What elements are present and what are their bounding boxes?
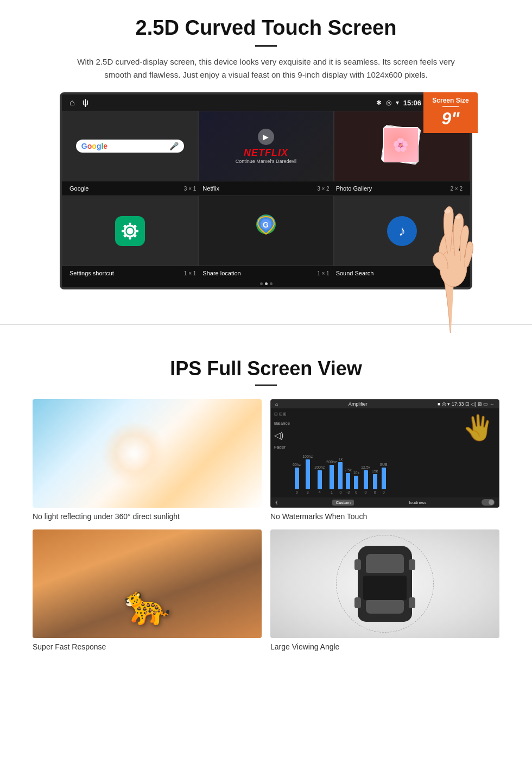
music-note-icon: ♪ bbox=[398, 223, 406, 239]
car-rear bbox=[366, 600, 404, 614]
netflix-name: Netflix bbox=[202, 185, 219, 192]
location-icon: ◎ bbox=[386, 99, 391, 106]
touch-hand-icon: 🖐 bbox=[463, 413, 493, 442]
eq-bar-9 bbox=[373, 474, 377, 489]
eq-bar-7 bbox=[354, 476, 358, 489]
section1-description: With 2.5D curved-display screen, this de… bbox=[76, 55, 456, 81]
status-time: 15:06 bbox=[403, 99, 421, 107]
gallery-stack: 🌸 bbox=[381, 124, 424, 168]
badge-size: 9" bbox=[429, 109, 472, 129]
share-name: Share location bbox=[202, 270, 240, 276]
device-pagination bbox=[62, 280, 470, 287]
feature-watermarks: ⌂ Amplifier ■ ◎ ▾ 17:33 ⊡ ◁) ⊠ ▭ ← ⊞⊞⊞ B… bbox=[270, 399, 499, 521]
car-wheel-bl bbox=[354, 597, 361, 608]
svg-text:G: G bbox=[263, 220, 269, 229]
amp-title: Amplifier bbox=[349, 401, 368, 407]
wifi-icon: ▾ bbox=[396, 99, 399, 106]
eq-bar-10 bbox=[382, 468, 386, 489]
car-wheel-br bbox=[409, 597, 415, 608]
share-size: 1 × 1 bbox=[317, 270, 330, 276]
eq-bar-2_5k: 2.5k -3 bbox=[344, 468, 351, 494]
badge-label: Screen Size bbox=[429, 97, 472, 104]
svg-rect-3 bbox=[129, 237, 131, 239]
google-app-cell[interactable]: Google 🎤 bbox=[62, 111, 198, 181]
section-divider bbox=[0, 324, 532, 325]
share-location-cell[interactable]: G bbox=[198, 195, 334, 266]
sunlight-image bbox=[33, 399, 262, 508]
netflix-label: Netflix 3 × 2 bbox=[199, 184, 332, 193]
sound-name: Sound Search bbox=[336, 270, 374, 276]
google-search-bar[interactable]: Google 🎤 bbox=[76, 140, 184, 153]
home-icon: ⌂ bbox=[69, 98, 75, 108]
google-size: 3 × 1 bbox=[184, 186, 197, 192]
play-button[interactable]: ▶ bbox=[258, 129, 274, 145]
section1-title: 2.5D Curved Touch Screen bbox=[33, 16, 499, 40]
section-ips: IPS Full Screen View No light reflecting… bbox=[0, 346, 532, 667]
settings-app-cell[interactable] bbox=[62, 195, 198, 266]
eq-bar-8 bbox=[364, 470, 368, 489]
amp-header: ⌂ Amplifier ■ ◎ ▾ 17:33 ⊡ ◁) ⊠ ▭ ← bbox=[271, 400, 499, 408]
car-top-view bbox=[358, 546, 412, 622]
amp-labels: ⊞⊞⊞ Balance ◁) Fader bbox=[274, 412, 290, 494]
sunlight-glare bbox=[102, 421, 167, 486]
section2-divider bbox=[255, 384, 277, 386]
amp-home-icon: ⌂ bbox=[275, 401, 278, 407]
svg-rect-2 bbox=[129, 223, 131, 225]
eq-bar-500hz: 500hz 1 bbox=[326, 460, 337, 494]
google-label: Google 3 × 1 bbox=[66, 184, 199, 193]
fader-label: Fader bbox=[274, 445, 290, 450]
amp-icons: ■ ◎ ▾ 17:33 ⊡ ◁) ⊠ ▭ ← bbox=[438, 401, 495, 407]
device-dot-3 bbox=[270, 282, 273, 285]
device-dot-1 bbox=[260, 282, 263, 285]
gallery-size: 2 × 2 bbox=[450, 186, 463, 192]
loudness-toggle[interactable] bbox=[482, 499, 495, 506]
loudness-label: loudness bbox=[409, 500, 427, 505]
settings-icon bbox=[115, 216, 145, 246]
badge-divider bbox=[442, 106, 459, 107]
sound-size: 1 × 1 bbox=[450, 270, 463, 276]
app-grid-row1: Google 🎤 ▶ NETFLIX Continue Marvel's Dar… bbox=[62, 111, 470, 181]
netflix-app-cell[interactable]: ▶ NETFLIX Continue Marvel's Daredevil bbox=[198, 111, 334, 181]
google-logo: Google bbox=[81, 142, 107, 150]
amp-content: ⊞⊞⊞ Balance ◁) Fader 60hz 0 100hz bbox=[271, 408, 499, 497]
cheetah-image: 🐆 bbox=[33, 529, 262, 638]
eq-bar-12_5k: 12.5k 0 bbox=[361, 465, 370, 494]
sound-search-cell[interactable]: ♪ bbox=[334, 195, 470, 266]
app-grid-row2: G ♪ bbox=[62, 195, 470, 266]
watermarks-caption: No Watermarks When Touch bbox=[270, 512, 499, 521]
google-maps-svg: G bbox=[252, 213, 280, 243]
status-bar: ⌂ ψ ✱ ◎ ▾ 15:06 ⊡ ◁) ⊠ ▭ bbox=[62, 94, 470, 111]
section2-title: IPS Full Screen View bbox=[33, 357, 499, 380]
eq-bar-2 bbox=[306, 459, 310, 489]
gallery-card-1: 🌸 bbox=[383, 127, 419, 162]
custom-button: Custom bbox=[332, 500, 354, 506]
section-curved-touch: 2.5D Curved Touch Screen With 2.5D curve… bbox=[0, 0, 532, 302]
eq-bar-5 bbox=[338, 462, 343, 489]
maps-icon: G bbox=[251, 216, 281, 246]
status-left: ⌂ ψ bbox=[69, 98, 88, 108]
section1-divider bbox=[255, 45, 277, 47]
feature-viewing-angle: Large Viewing Angle bbox=[270, 529, 499, 651]
car-roof bbox=[363, 576, 407, 600]
cheetah-silhouette: 🐆 bbox=[124, 583, 171, 627]
device-dot-2 bbox=[265, 282, 268, 285]
features-grid: No light reflecting under 360° direct su… bbox=[33, 399, 499, 651]
gallery-label: Photo Gallery 2 × 2 bbox=[333, 184, 466, 193]
device-screen: ⌂ ψ ✱ ◎ ▾ 15:06 ⊡ ◁) ⊠ ▭ bbox=[60, 92, 472, 289]
response-caption: Super Fast Response bbox=[33, 642, 262, 651]
netflix-overlay: ▶ NETFLIX Continue Marvel's Daredevil bbox=[199, 111, 334, 181]
eq-bar-1 bbox=[295, 468, 299, 489]
eq-bar-sub: SUB 0 bbox=[379, 463, 387, 494]
eq-bar-3 bbox=[318, 470, 322, 489]
maps-icon-inner: G bbox=[252, 213, 280, 248]
netflix-subtitle: Continue Marvel's Daredevil bbox=[236, 159, 296, 164]
car-wheel-tl bbox=[354, 559, 361, 570]
car-windshield bbox=[366, 554, 404, 573]
sound-icon: ♪ bbox=[387, 216, 417, 246]
settings-name: Settings shortcut bbox=[69, 270, 114, 276]
device-mockup: Screen Size 9" ⌂ ψ ✱ ◎ ▾ 15:06 ⊡ ◁) ⊠ bbox=[60, 92, 472, 289]
screen-size-badge: Screen Size 9" bbox=[423, 92, 478, 133]
svg-rect-5 bbox=[136, 230, 138, 232]
netflix-logo: NETFLIX bbox=[244, 147, 288, 159]
toggle-knob bbox=[489, 500, 494, 505]
